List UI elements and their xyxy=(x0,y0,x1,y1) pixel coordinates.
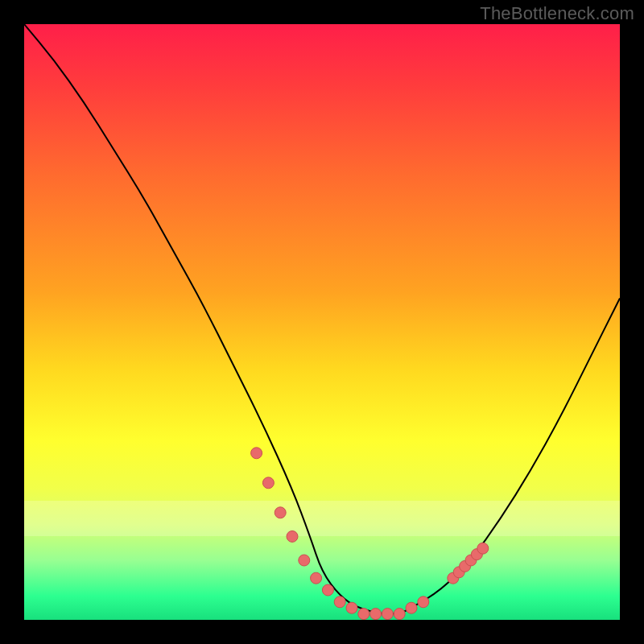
marker-dot xyxy=(322,584,333,596)
marker-dot xyxy=(311,572,322,584)
marker-dot xyxy=(358,609,369,620)
marker-dot xyxy=(394,609,405,620)
marker-dot xyxy=(275,507,286,518)
marker-dot xyxy=(382,609,393,620)
marker-dot xyxy=(334,597,345,608)
marker-dot xyxy=(262,477,274,489)
curve-layer xyxy=(24,24,620,620)
marker-dot xyxy=(299,555,310,566)
chart-frame: TheBottleneck.com xyxy=(0,0,644,644)
marker-dot xyxy=(251,448,262,459)
marker-dot xyxy=(406,602,417,613)
marker-dot xyxy=(477,543,489,554)
marker-dot xyxy=(418,597,429,608)
marker-dot xyxy=(346,602,357,613)
marker-group xyxy=(251,448,489,620)
marker-dot xyxy=(370,609,382,620)
plot-area xyxy=(24,24,620,620)
bottleneck-curve xyxy=(24,24,620,614)
marker-dot xyxy=(287,530,298,542)
watermark-text: TheBottleneck.com xyxy=(480,3,634,24)
